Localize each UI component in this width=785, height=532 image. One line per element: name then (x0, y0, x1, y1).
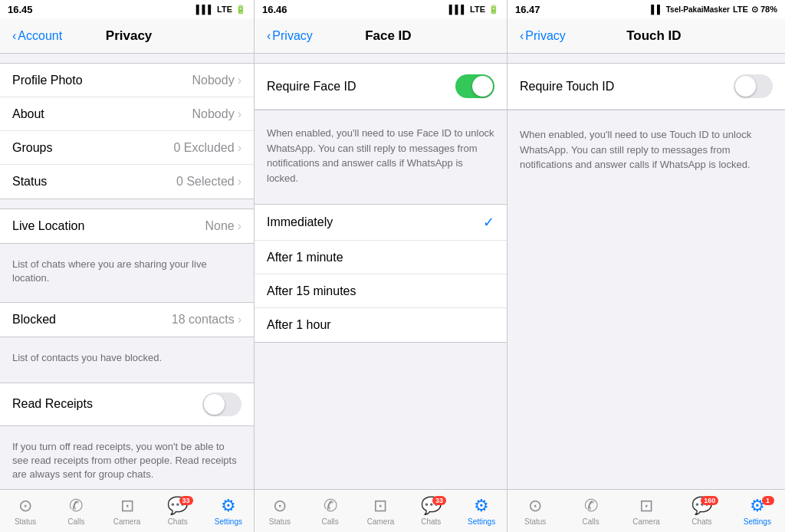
groups-row[interactable]: Groups 0 Excluded › (0, 131, 254, 165)
back-button-mid[interactable]: ‹ Privacy (267, 29, 313, 43)
back-chevron-right: ‹ (520, 29, 524, 43)
touchid-description: When enabled, you'll need to use Touch I… (507, 120, 785, 182)
profile-photo-text: Nobody (192, 74, 235, 87)
status-icon-mid: ⊙ (273, 496, 287, 516)
require-faceid-toggle[interactable] (455, 74, 494, 98)
signal-icon-left: ▌▌▌ (196, 5, 214, 14)
status-row[interactable]: Status 0 Selected › (0, 165, 254, 199)
tab-status-left[interactable]: ⊙ Status (0, 496, 51, 526)
battery-icon-right: ⊙ 78% (751, 5, 777, 15)
status-bar-mid: 16.46 ▌▌▌ LTE 🔋 (255, 0, 507, 18)
faceid-panel: 16.46 ▌▌▌ LTE 🔋 ‹ Privacy Face ID Requir… (255, 0, 507, 532)
faceid-description: When enabled, you'll need to use Face ID… (255, 120, 507, 195)
calls-icon-right: ✆ (584, 496, 598, 516)
option-1min[interactable]: After 1 minute (255, 241, 507, 274)
tab-camera-right[interactable]: ⊡ Camera (619, 496, 674, 526)
signal-icon-right: ▌▌ (651, 5, 663, 14)
calls-icon-mid: ✆ (324, 496, 337, 516)
about-label: About (12, 107, 44, 121)
about-chevron: › (238, 107, 241, 121)
chats-label-left: Chats (168, 517, 188, 526)
status-icons-right: ▌▌ Tsel-PakaiMasker LTE ⊙ 78% (651, 5, 777, 15)
camera-icon-mid: ⊡ (373, 496, 387, 516)
groups-chevron: › (238, 141, 241, 155)
settings-icon-mid: ⚙ (474, 496, 489, 516)
status-icons-left: ▌▌▌ LTE 🔋 (196, 5, 246, 15)
tab-calls-left[interactable]: ✆ Calls (51, 496, 101, 526)
back-label-left[interactable]: Account (18, 29, 62, 43)
option-immediately-check: ✓ (483, 214, 494, 231)
chats-badge-mid: 33 (432, 496, 446, 505)
option-1hour-label: After 1 hour (267, 318, 331, 332)
touchid-require-group: Require Touch ID (507, 63, 785, 110)
status-icon-left: ⊙ (18, 496, 32, 516)
tab-camera-mid[interactable]: ⊡ Camera (356, 496, 406, 526)
camera-label-mid: Camera (367, 517, 395, 526)
time-mid: 16.46 (262, 4, 287, 15)
lte-label-right: LTE (733, 5, 748, 14)
tab-chats-right[interactable]: 💬 Chats 160 (674, 496, 729, 526)
faceid-options-group: Immediately ✓ After 1 minute After 15 mi… (255, 204, 507, 343)
back-label-right[interactable]: Privacy (525, 29, 565, 43)
status-label-mid: Status (269, 517, 291, 526)
calls-label-right: Calls (582, 517, 599, 526)
touchid-panel: 16.47 ▌▌ Tsel-PakaiMasker LTE ⊙ 78% ‹ Pr… (507, 0, 785, 532)
tab-chats-left[interactable]: 💬 Chats 33 (153, 496, 203, 526)
camera-icon-right: ⊡ (639, 496, 653, 516)
groups-text: 0 Excluded (174, 141, 235, 155)
option-15min[interactable]: After 15 minutes (255, 274, 507, 308)
require-touchid-row: Require Touch ID (507, 64, 785, 110)
status-bar-left: 16.45 ▌▌▌ LTE 🔋 (0, 0, 254, 18)
calls-label-left: Calls (67, 517, 84, 526)
back-button-left[interactable]: ‹ Account (12, 29, 62, 43)
tab-chats-mid[interactable]: 💬 Chats 33 (406, 496, 456, 526)
tab-calls-mid[interactable]: ✆ Calls (305, 496, 356, 526)
require-touchid-toggle[interactable] (734, 74, 773, 98)
tab-status-mid[interactable]: ⊙ Status (255, 496, 305, 526)
privacy-main-group: Profile Photo Nobody › About Nobody › Gr… (0, 63, 254, 199)
chats-label-mid: Chats (421, 517, 441, 526)
about-value: Nobody › (192, 107, 241, 121)
settings-label-left: Settings (215, 517, 242, 526)
tab-camera-left[interactable]: ⊡ Camera (101, 496, 152, 526)
nav-title-left: Privacy (106, 28, 153, 44)
profile-photo-chevron: › (238, 74, 241, 87)
camera-label-right: Camera (632, 517, 660, 526)
back-button-right[interactable]: ‹ Privacy (520, 29, 566, 43)
tab-calls-right[interactable]: ✆ Calls (563, 496, 618, 526)
option-immediately[interactable]: Immediately ✓ (255, 205, 507, 241)
about-row[interactable]: About Nobody › (0, 97, 254, 131)
nav-title-right: Touch ID (626, 28, 681, 44)
tab-settings-mid[interactable]: ⚙ Settings (456, 496, 507, 526)
read-receipts-description: If you turn off read receipts, you won't… (0, 435, 254, 489)
status-label: Status (12, 175, 47, 189)
option-1hour[interactable]: After 1 hour (255, 308, 507, 342)
nav-bar-right: ‹ Privacy Touch ID (507, 18, 785, 54)
tab-settings-right[interactable]: ⚙ Settings 1 (730, 496, 785, 526)
blocked-row[interactable]: Blocked 18 contacts › (0, 303, 254, 337)
lte-label-left: LTE (217, 5, 232, 14)
settings-label-mid: Settings (468, 517, 495, 526)
require-faceid-row: Require Face ID (255, 64, 507, 110)
time-left: 16.45 (8, 4, 33, 15)
blocked-group: Blocked 18 contacts › (0, 302, 254, 337)
camera-icon-left: ⊡ (120, 496, 134, 516)
live-location-label: Live Location (12, 219, 84, 233)
tab-settings-left[interactable]: ⚙ Settings (203, 496, 254, 526)
back-chevron-left: ‹ (12, 29, 16, 43)
blocked-description: List of contacts you have blocked. (0, 346, 254, 373)
faceid-content: Require Face ID When enabled, you'll nee… (255, 54, 507, 489)
live-location-chevron: › (238, 219, 241, 233)
read-receipts-row: Read Receipts (0, 383, 254, 425)
nav-title-mid: Face ID (365, 28, 411, 44)
back-label-mid[interactable]: Privacy (272, 29, 312, 43)
read-receipts-toggle[interactable] (202, 392, 241, 416)
read-receipts-group: Read Receipts (0, 383, 254, 426)
chats-label-right: Chats (691, 517, 711, 526)
status-icon-right: ⊙ (528, 496, 542, 516)
tab-bar-left: ⊙ Status ✆ Calls ⊡ Camera 💬 Chats 33 ⚙ S… (0, 489, 254, 532)
tab-bar-right: ⊙ Status ✆ Calls ⊡ Camera 💬 Chats 160 ⚙ … (507, 489, 785, 532)
live-location-row[interactable]: Live Location None › (0, 209, 254, 243)
tab-status-right[interactable]: ⊙ Status (507, 496, 563, 526)
profile-photo-row[interactable]: Profile Photo Nobody › (0, 64, 254, 97)
